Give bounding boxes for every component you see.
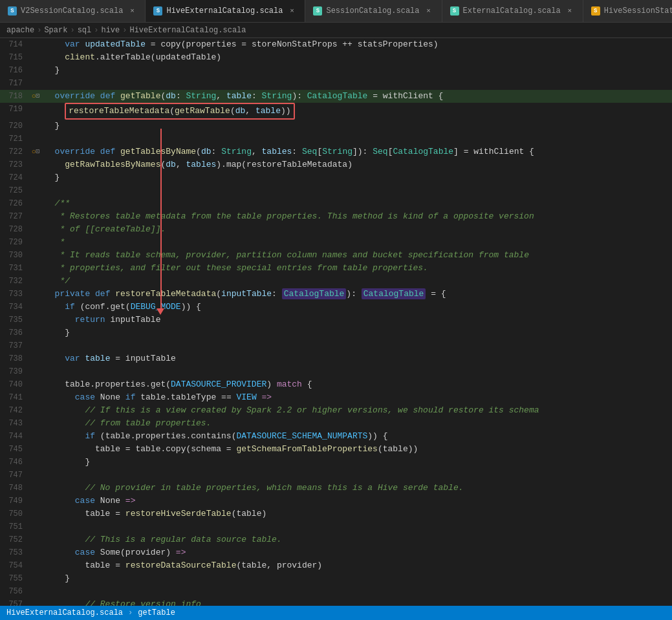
- scala-icon: S: [8, 6, 17, 16]
- close-icon[interactable]: ×: [287, 6, 297, 16]
- tab-label: HiveExternalCatalog.scala: [166, 6, 283, 16]
- code-line: 714 var updatedTable = copy(properties =…: [0, 38, 672, 51]
- status-method: getTable: [138, 608, 175, 617]
- code-line-722: 722 ○ ⊡ override def getTablesByName(db:…: [0, 145, 672, 158]
- code-line: 753 case Some(provider) =>: [0, 546, 672, 559]
- override-icon: ○: [32, 90, 36, 103]
- tab-hiveexternal[interactable]: S HiveExternalCatalog.scala ×: [146, 0, 305, 22]
- code-line: 733 private def restoreTableMetadata(inp…: [0, 288, 672, 301]
- code-editor[interactable]: 714 var updatedTable = copy(properties =…: [0, 38, 672, 620]
- status-file: HiveExternalCatalog.scala: [6, 608, 123, 617]
- code-line: 715 client.alterTable(updatedTable): [0, 51, 672, 64]
- breadcrumb-item[interactable]: HiveExternalCatalog.scala: [129, 26, 246, 35]
- tab-label: SessionCatalog.scala: [326, 6, 419, 16]
- pin-icon: ⊡: [36, 145, 39, 158]
- code-line: 725: [0, 184, 672, 197]
- code-line: 740 table.properties.get(DATASOURCE_PROV…: [0, 378, 672, 391]
- editor-container: S V2SessionCatalog.scala × S HiveExterna…: [0, 0, 672, 620]
- code-line: 750 table = restoreHiveSerdeTable(table): [0, 508, 672, 520]
- code-line: 728 * of [[createTable]].: [0, 223, 672, 236]
- code-line: 727 * Restores table metadata from the t…: [0, 210, 672, 223]
- code-line: 735 return inputTable: [0, 314, 672, 326]
- code-line: 731 * properties, and filter out these s…: [0, 262, 672, 275]
- code-line: 748 // No provider in table properties, …: [0, 482, 672, 495]
- code-line: 743 // from table properties.: [0, 417, 672, 430]
- code-line: 736 }: [0, 326, 672, 339]
- code-line: 745 table = table.copy(schema = getSchem…: [0, 443, 672, 456]
- code-line: 754 table = restoreDataSourceTable(table…: [0, 559, 672, 572]
- breadcrumb-item[interactable]: apache: [6, 26, 34, 35]
- code-line: 755 }: [0, 572, 672, 585]
- code-line: 730 * It reads table schema, provider, p…: [0, 249, 672, 262]
- code-line: 716 }: [0, 64, 672, 77]
- breadcrumb-item[interactable]: sql: [78, 26, 92, 35]
- code-line: 756: [0, 585, 672, 598]
- code-line: 747: [0, 469, 672, 482]
- override-icon: ○: [32, 145, 36, 158]
- code-line-719: 719 restoreTableMetadata(getRawTable(db,…: [0, 103, 672, 120]
- close-icon[interactable]: ×: [565, 6, 575, 16]
- tab-v2session[interactable]: S V2SessionCatalog.scala ×: [0, 0, 146, 22]
- code-line: 742 // If this is a view created by Spar…: [0, 404, 672, 417]
- pin-icon: ⊡: [36, 90, 39, 103]
- tab-external[interactable]: S ExternalCatalog.scala ×: [442, 0, 583, 22]
- code-line: 721: [0, 133, 672, 145]
- code-line: 738 var table = inputTable: [0, 352, 672, 365]
- tab-label: HiveSessionStateBuilder.scala: [604, 6, 672, 16]
- code-line: 739: [0, 365, 672, 378]
- tab-session[interactable]: S SessionCatalog.scala ×: [305, 0, 442, 22]
- breadcrumb: apache › Spark › sql › hive › HiveExtern…: [0, 23, 672, 38]
- scala-icon: S: [313, 6, 322, 16]
- code-line-718: 718 ○ ⊡ override def getTable(db: String…: [0, 90, 672, 103]
- code-line: 744 if (table.properties.contains(DATASO…: [0, 430, 672, 443]
- code-line: 751: [0, 520, 672, 533]
- code-line: 752 // This is a regular data source tab…: [0, 533, 672, 546]
- breadcrumb-item[interactable]: Spark: [44, 26, 67, 35]
- tab-label: V2SessionCatalog.scala: [21, 6, 123, 16]
- code-line: 734 if (conf.get(DEBUG_MODE)) {: [0, 301, 672, 314]
- code-line: 723 getRawTablesByNames(db, tables).map(…: [0, 158, 672, 171]
- tab-label: ExternalCatalog.scala: [463, 6, 561, 16]
- code-line: 741 case None if table.tableType == VIEW…: [0, 391, 672, 404]
- code-line: 729 *: [0, 236, 672, 249]
- code-line: 724 }: [0, 171, 672, 184]
- code-line: 746 }: [0, 456, 672, 469]
- status-bar: HiveExternalCatalog.scala › getTable: [0, 606, 672, 620]
- close-icon[interactable]: ×: [127, 6, 137, 16]
- code-line: 732 */: [0, 275, 672, 288]
- scala-icon: S: [591, 6, 600, 16]
- code-line: 737: [0, 339, 672, 352]
- scala-icon: S: [450, 6, 459, 16]
- breadcrumb-item[interactable]: hive: [101, 26, 120, 35]
- close-icon[interactable]: ×: [424, 6, 434, 16]
- code-line: 717: [0, 77, 672, 90]
- tab-hivesession[interactable]: S HiveSessionStateBuilder.scala ×: [583, 0, 672, 22]
- code-line: 749 case None =>: [0, 495, 672, 508]
- code-line: 720 }: [0, 120, 672, 133]
- code-line: 726 /**: [0, 197, 672, 210]
- scala-icon: S: [153, 6, 162, 16]
- tab-bar: S V2SessionCatalog.scala × S HiveExterna…: [0, 0, 672, 23]
